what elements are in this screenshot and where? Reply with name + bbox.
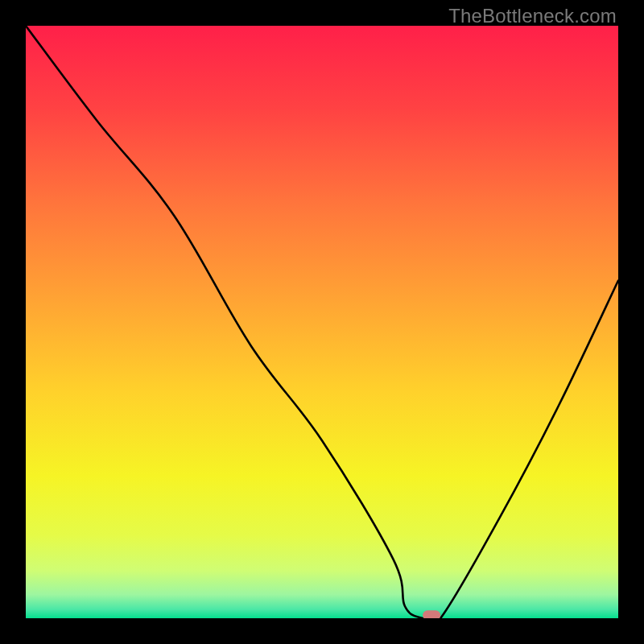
optimum-marker <box>423 610 440 618</box>
svg-rect-0 <box>26 26 618 618</box>
chart-svg <box>26 26 618 618</box>
plot-area <box>26 26 618 618</box>
watermark-text: TheBottleneck.com <box>448 5 617 27</box>
chart-frame: TheBottleneck.com <box>0 0 644 644</box>
